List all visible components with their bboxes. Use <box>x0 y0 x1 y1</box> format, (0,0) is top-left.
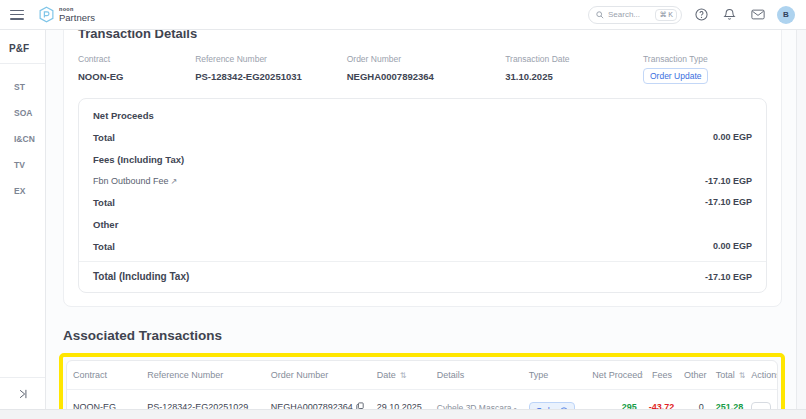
breakdown-row-other-heading: Other <box>79 213 766 235</box>
cell-order-number: NEGHA0007892364 <box>265 390 371 410</box>
sidebar-section-pf[interactable]: P&F <box>0 30 45 64</box>
row-label: Other <box>93 219 118 230</box>
associated-transactions-table: Contract Reference Number Order Number D… <box>67 361 777 409</box>
field-order-number: Order Number NEGHA0007892364 <box>347 54 505 84</box>
associated-transactions-table-card: Contract Reference Number Order Number D… <box>66 360 778 409</box>
transaction-fields: Contract NOON-EG Reference Number PS-128… <box>78 54 767 84</box>
help-button[interactable] <box>693 6 710 23</box>
sidebar-item-icn[interactable]: I&CN <box>0 126 45 152</box>
transaction-type-badge[interactable]: Order Update <box>643 68 709 84</box>
field-transaction-date: Transaction Date 31.10.2025 <box>505 54 643 84</box>
breakdown-row-fees-heading: Fees (Including Tax) <box>79 148 766 170</box>
row-amount: -17.10 EGP <box>705 197 752 207</box>
cell-reference-number: PS-128342-EG20251029 <box>141 390 265 410</box>
sort-icon[interactable]: ⇅ <box>739 371 745 380</box>
search-icon <box>596 11 604 19</box>
app-window: noon Partners ⌘ K <box>0 0 806 419</box>
fee-breakdown: Net Proceeds Total 0.00 EGP Fees (Includ… <box>78 98 767 293</box>
search-input[interactable] <box>608 10 652 19</box>
avatar-initial: B <box>783 10 789 19</box>
row-label: Total <box>93 241 115 252</box>
col-type: Type <box>523 361 587 390</box>
top-bar: noon Partners ⌘ K <box>0 0 806 30</box>
external-link-icon: ↗ <box>171 177 178 186</box>
field-label: Transaction Type <box>643 54 767 64</box>
user-avatar[interactable]: B <box>777 6 795 24</box>
brand-logo[interactable]: noon Partners <box>38 6 95 23</box>
field-contract: Contract NOON-EG <box>78 54 195 84</box>
breakdown-row-net-total: Total 0.00 EGP <box>79 126 766 148</box>
breakdown-row-net-proceeds: Net Proceeds <box>79 104 766 126</box>
breakdown-row-fees-total: Total -17.10 EGP <box>79 191 766 213</box>
row-label: Total <box>93 132 115 143</box>
cell-actions: → <box>745 390 777 410</box>
field-value: 31.10.2025 <box>505 71 643 82</box>
row-label: Fbn Outbound Fee <box>93 176 169 186</box>
field-transaction-type: Transaction Type Order Update <box>643 54 767 84</box>
field-label: Transaction Date <box>505 54 643 64</box>
table-header-row: Contract Reference Number Order Number D… <box>67 361 777 390</box>
messages-button[interactable] <box>749 6 766 23</box>
sidebar-items: ST SOA I&CN TV EX <box>0 64 45 204</box>
col-actions: Actions <box>745 361 777 390</box>
notifications-button[interactable] <box>721 6 738 23</box>
col-contract: Contract <box>67 361 141 390</box>
row-amount: -17.10 EGP <box>705 272 752 282</box>
field-reference-number: Reference Number PS-128342-EG20251031 <box>195 54 347 84</box>
col-date: Date⇅ <box>371 361 431 390</box>
fee-link[interactable]: Fbn Outbound Fee↗ <box>93 176 177 186</box>
sort-icon[interactable]: ⇅ <box>400 371 407 380</box>
cell-other: 0 <box>678 390 710 410</box>
col-details: Details <box>431 361 523 390</box>
brand-product: Partners <box>59 13 95 23</box>
cell-fees: -43.72 <box>643 390 678 410</box>
col-other: Other <box>678 361 710 390</box>
order-number: NEGHA0007892364 <box>271 402 353 409</box>
field-label: Order Number <box>347 54 505 64</box>
transaction-details-card: Transaction Details Contract NOON-EG Ref… <box>63 30 782 307</box>
sidebar-item-soa[interactable]: SOA <box>0 100 45 126</box>
sidebar-item-tv[interactable]: TV <box>0 152 45 178</box>
help-icon <box>695 8 708 21</box>
date-value: 29.10.2025 <box>377 402 422 409</box>
collapse-sidebar-button[interactable] <box>0 377 45 409</box>
breakdown-row-other-total: Total 0.00 EGP <box>79 235 766 257</box>
noon-cube-icon <box>38 6 55 23</box>
row-amount: 0.00 EGP <box>713 132 752 142</box>
row-label: Net Proceeds <box>93 110 154 121</box>
col-fees: Fees <box>643 361 678 390</box>
sidebar: P&F ST SOA I&CN TV EX <box>0 30 46 409</box>
row-amount: -17.10 EGP <box>705 176 752 186</box>
cell-total: 251.28 <box>710 390 745 410</box>
collapse-sidebar-icon <box>18 389 28 399</box>
row-label: Total <box>93 197 115 208</box>
breakdown-row-fbn-outbound-fee: Fbn Outbound Fee↗ -17.10 EGP <box>79 170 766 191</box>
page-title: Transaction Details <box>78 30 767 41</box>
hamburger-menu-icon[interactable] <box>10 10 24 20</box>
copy-icon[interactable] <box>356 402 364 409</box>
associated-transactions-title: Associated Transactions <box>63 328 782 343</box>
vertical-scrollbar-track[interactable] <box>796 30 806 409</box>
horizontal-scrollbar-track[interactable] <box>0 409 806 419</box>
cell-type: Order <box>523 390 587 410</box>
col-reference-number: Reference Number <box>141 361 265 390</box>
field-value: NOON-EG <box>78 71 195 82</box>
row-amount: 0.00 EGP <box>713 241 752 251</box>
reference-number: PS-128342-EG20251029 <box>147 402 248 409</box>
cell-date: 29.10.2025 <box>371 390 431 410</box>
field-label: Contract <box>78 54 195 64</box>
field-label: Reference Number <box>195 54 347 64</box>
annotation-highlight: Contract Reference Number Order Number D… <box>59 353 785 409</box>
main-content: Transaction Details Contract NOON-EG Ref… <box>46 30 796 409</box>
envelope-icon <box>751 9 765 20</box>
global-search[interactable]: ⌘ K <box>588 6 682 24</box>
search-shortcut-badge: ⌘ K <box>655 9 677 21</box>
sidebar-item-ex[interactable]: EX <box>0 178 45 204</box>
row-action-button[interactable]: → <box>751 402 771 409</box>
col-order-number: Order Number <box>265 361 371 390</box>
contract-name: NOON-EG <box>73 402 135 409</box>
sidebar-item-st[interactable]: ST <box>0 74 45 100</box>
field-value: NEGHA0007892364 <box>347 71 505 82</box>
type-badge[interactable]: Order <box>529 402 576 409</box>
brand-wordmark: noon Partners <box>59 7 95 23</box>
